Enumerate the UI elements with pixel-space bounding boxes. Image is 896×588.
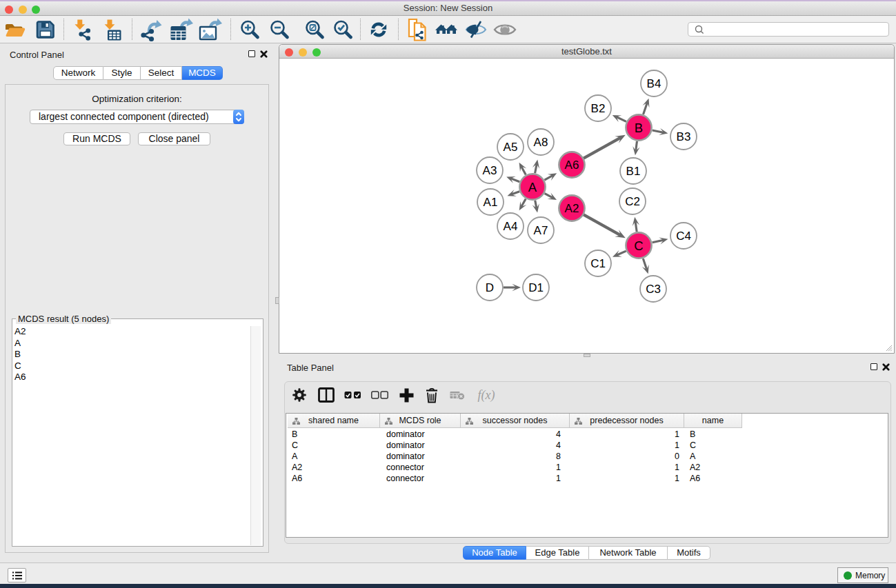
svg-text:B3: B3 xyxy=(677,130,691,143)
svg-text:C1: C1 xyxy=(590,257,606,270)
svg-text:A1: A1 xyxy=(484,196,498,209)
svg-text:C: C xyxy=(634,239,643,253)
svg-text:B1: B1 xyxy=(626,165,641,178)
svg-text:B2: B2 xyxy=(591,102,606,115)
svg-text:A6: A6 xyxy=(565,159,579,172)
svg-text:C2: C2 xyxy=(625,195,640,208)
svg-text:D: D xyxy=(486,281,494,294)
svg-text:B4: B4 xyxy=(647,77,661,90)
svg-text:A3: A3 xyxy=(483,164,497,177)
svg-text:A: A xyxy=(528,180,537,194)
svg-text:B: B xyxy=(635,121,643,135)
svg-text:A5: A5 xyxy=(504,141,518,154)
svg-text:C4: C4 xyxy=(676,230,691,243)
svg-text:C3: C3 xyxy=(646,283,661,296)
svg-text:D1: D1 xyxy=(528,281,544,294)
svg-text:A4: A4 xyxy=(504,220,518,233)
svg-text:A8: A8 xyxy=(534,136,548,149)
svg-text:A2: A2 xyxy=(565,202,579,215)
svg-text:A7: A7 xyxy=(534,224,548,237)
